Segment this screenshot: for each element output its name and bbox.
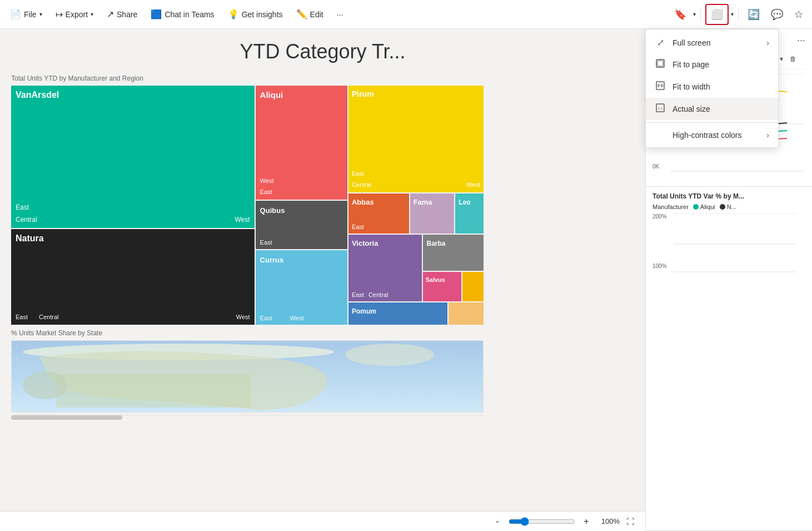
tm-barba[interactable]: Barba <box>423 235 484 271</box>
tm-pomum[interactable]: Pomum <box>348 302 447 325</box>
file-button[interactable]: 📄 File ▾ <box>4 6 48 23</box>
menu-item-highcontrast[interactable]: High-contrast colors › <box>646 125 778 145</box>
more-button[interactable]: ··· <box>331 7 349 22</box>
tm-natura-east: East <box>16 314 28 320</box>
view-chevron: ▾ <box>731 11 734 17</box>
fullscreen-icon: ⤢ <box>655 37 666 48</box>
menu-item-actualsize[interactable]: 1:1 Actual size <box>646 98 778 120</box>
view-mode-button[interactable]: ⬜ <box>705 4 729 25</box>
share-button[interactable]: ↗ Share <box>101 6 143 23</box>
tm-salvus-label: Salvus <box>425 276 445 283</box>
tm-natura-west: West <box>236 314 250 320</box>
chart2-y-labels: 200% 100% <box>652 214 674 269</box>
fitwidth-icon <box>655 81 666 92</box>
tm-natura-central: Central <box>39 314 58 320</box>
tm-abbas[interactable]: Abbas East <box>348 193 409 234</box>
tm-victoria-label: Victoria <box>352 239 378 247</box>
report-canvas: YTD Category Tr... Total Units YTD by Ma… <box>0 29 645 531</box>
tm-other[interactable] <box>462 272 484 301</box>
menu-item-fitpage[interactable]: Fit to page <box>646 53 778 76</box>
export-button[interactable]: ↦ Export ▾ <box>50 6 99 23</box>
tm-vanarsdel-west: West <box>235 216 250 224</box>
tm-fama[interactable]: Fama <box>410 193 455 234</box>
panel-chart2-title: Total Units YTD Var % by M... <box>652 192 805 200</box>
map-visual[interactable] <box>11 340 484 413</box>
insights-button[interactable]: 💡 Get insights <box>222 6 288 23</box>
zoom-percent: 100% <box>597 517 620 525</box>
tm-quibus[interactable]: Quibus East <box>256 201 347 249</box>
export-label: Export <box>66 10 88 19</box>
legend-n-dot <box>720 204 725 210</box>
tm-aliqui-label: Aliqui <box>260 90 283 100</box>
scroll-thumb[interactable] <box>11 415 122 420</box>
refresh-button[interactable]: 🔄 <box>743 5 764 24</box>
chart2-area: 200% 100% <box>652 214 805 275</box>
toolbar-right: 🔖 ▾ ⬜ ▾ 🔄 💬 ☆ <box>670 4 808 25</box>
tm-fama-label: Fama <box>414 198 432 206</box>
tm-pirum-east: East <box>352 170 364 177</box>
menu-item-fitpage-label: Fit to page <box>672 60 709 69</box>
svg-rect-2 <box>56 374 251 408</box>
treemap[interactable]: VanArsdel East Central West Natura East … <box>11 86 484 325</box>
map-svg <box>12 341 484 413</box>
tm-abbas-label: Abbas <box>352 198 374 206</box>
panel-more-icon[interactable]: ··· <box>797 34 805 46</box>
chat-label: Chat in Teams <box>165 10 214 19</box>
svg-text:1:1: 1:1 <box>658 106 663 111</box>
chat-teams-button[interactable]: 🟦 Chat in Teams <box>145 6 220 23</box>
tm-vanarsdel-label: VanArsdel <box>16 90 59 100</box>
fullscreen-arrow-icon: › <box>766 38 769 47</box>
zoom-minus-button[interactable]: - <box>491 515 504 528</box>
menu-item-actualsize-label: Actual size <box>672 105 710 113</box>
favorite-button[interactable]: ☆ <box>790 5 808 24</box>
manufacturer-legend: Manufacturer Aliqui N... <box>652 204 805 210</box>
tm-pirum-central: Central <box>352 181 371 188</box>
tm-pirum-west: West <box>466 181 480 188</box>
tm-pomum-label: Pomum <box>352 307 376 315</box>
legend-aliqui: Aliqui <box>693 204 715 210</box>
insights-label: Get insights <box>242 10 283 19</box>
fitpage-icon <box>655 59 666 70</box>
tm-other2[interactable] <box>449 302 484 325</box>
menu-item-fullscreen[interactable]: ⤢ Full screen › <box>646 32 778 53</box>
tm-victoria[interactable]: Victoria East Central <box>348 235 422 301</box>
svg-point-3 <box>23 371 67 399</box>
tm-pirum[interactable]: Pirum East Central West <box>348 86 484 192</box>
tm-aliqui-east: East <box>260 188 272 195</box>
zoom-slider[interactable] <box>509 517 575 526</box>
tm-aliqui[interactable]: Aliqui East West <box>256 86 347 200</box>
menu-item-fullscreen-label: Full screen <box>672 38 710 47</box>
view-dropdown-menu: ⤢ Full screen › Fit to page Fit to width <box>645 29 779 148</box>
tm-quibus-east: East <box>260 239 272 246</box>
map-title: % Units Market Share by State <box>11 329 634 337</box>
file-icon: 📄 <box>10 9 21 19</box>
edit-label: Edit <box>310 10 323 19</box>
actualsize-icon: 1:1 <box>655 103 666 115</box>
tm-currus-label: Currus <box>260 256 284 264</box>
filter-clear-btn[interactable]: 🗑 <box>788 54 799 64</box>
toolbar-divider-2 <box>738 8 739 21</box>
legend-n-label: N... <box>727 204 736 210</box>
menu-divider <box>646 122 778 123</box>
tm-currus[interactable]: Currus East West <box>256 250 347 325</box>
export-chevron-icon: ▾ <box>91 11 93 17</box>
tm-vanarsdel[interactable]: VanArsdel East Central West <box>11 86 255 228</box>
tm-natura[interactable]: Natura East Central West <box>11 229 255 325</box>
tm-leo[interactable]: Leo <box>455 193 484 234</box>
scroll-bar[interactable] <box>11 415 484 419</box>
legend-n: N... <box>720 204 736 210</box>
edit-button[interactable]: ✏️ Edit <box>291 6 329 23</box>
share-icon: ↗ <box>107 9 114 19</box>
bookmark-button[interactable]: 🔖 <box>670 5 691 24</box>
treemap-section: Total Units YTD by Manufacturer and Regi… <box>11 75 634 325</box>
tm-pirum-label: Pirum <box>352 90 374 98</box>
zoom-plus-button[interactable]: + <box>580 515 593 528</box>
filter-expand-btn[interactable]: ▾ <box>778 54 785 64</box>
treemap-title: Total Units YTD by Manufacturer and Regi… <box>11 75 634 82</box>
comment-button[interactable]: 💬 <box>766 5 788 24</box>
menu-item-fitwidth[interactable]: Fit to width <box>646 76 778 98</box>
zoom-fit-button[interactable]: ⛶ <box>624 515 636 528</box>
legend-aliqui-dot <box>693 204 699 210</box>
file-chevron-icon: ▾ <box>39 11 42 17</box>
tm-salvus[interactable]: Salvus <box>423 272 461 301</box>
